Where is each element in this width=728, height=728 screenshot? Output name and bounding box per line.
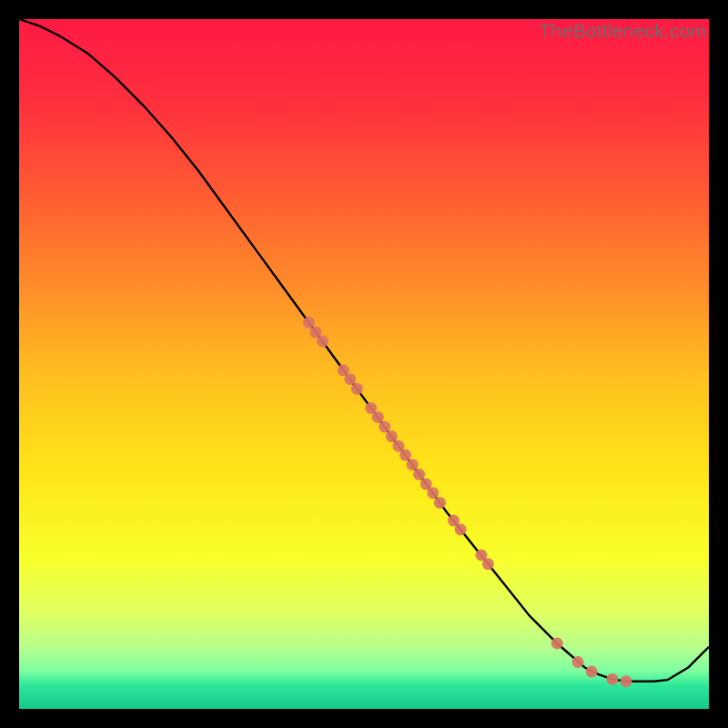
marker-point [551, 638, 563, 650]
marker-group [303, 317, 632, 687]
watermark-text: TheBottleneck.com [540, 20, 706, 42]
marker-point [606, 673, 618, 685]
marker-point [317, 336, 329, 348]
marker-point [372, 411, 384, 423]
marker-point [621, 675, 632, 687]
marker-point [434, 497, 446, 509]
marker-point [399, 450, 411, 461]
marker-point [386, 430, 398, 442]
chart-svg [19, 19, 709, 709]
plot-area [19, 19, 709, 709]
marker-point [586, 666, 598, 678]
marker-point [344, 373, 356, 385]
chart-frame: TheBottleneck.com [19, 19, 709, 709]
curve-line [19, 19, 709, 682]
marker-point [303, 317, 315, 329]
marker-point [427, 487, 439, 499]
marker-point [482, 558, 494, 570]
marker-point [351, 383, 363, 395]
marker-point [413, 469, 425, 480]
marker-point [455, 523, 467, 535]
marker-point [407, 459, 419, 470]
marker-point [379, 421, 390, 433]
marker-point [572, 656, 584, 668]
